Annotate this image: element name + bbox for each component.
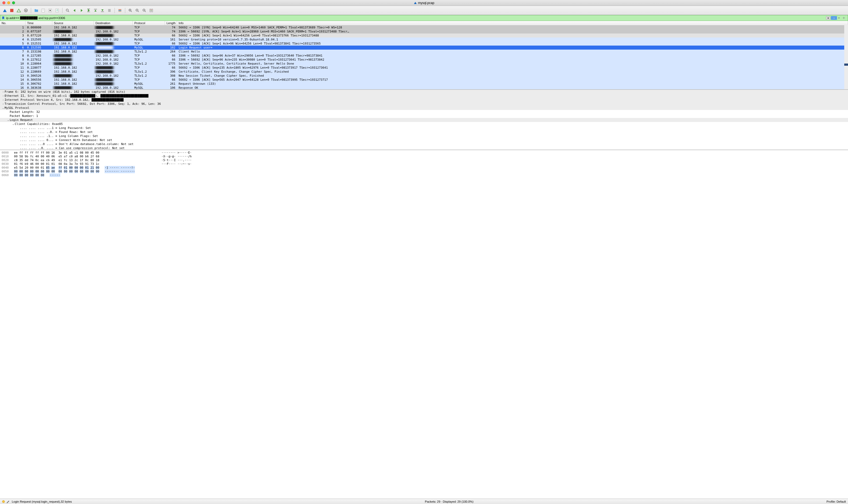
col-protocol[interactable]: Protocol [133,21,165,25]
disclosure-triangle[interactable]: › [2,98,4,101]
disclosure-triangle[interactable]: › [2,94,4,97]
hex-line[interactable]: 0020 c8 35 dd 74 0c ea cb 49 e1 fc 13 2c… [2,159,846,162]
bookmark-icon[interactable] [1,16,5,20]
detail-line[interactable]: ⌄Client Capabilities: 0xae85 [0,122,848,126]
detail-line[interactable]: .... .... .... 0... = Connect With Datab… [0,138,848,142]
svg-rect-20 [119,10,122,11]
packet-row[interactable]: 90.227812██████████192.168.0.182TCP66330… [0,58,848,62]
detail-line[interactable]: .... .... ...0 .... = Don't Allow databa… [0,142,848,146]
status-profile[interactable]: Profile: Default [827,500,846,503]
disclosure-triangle[interactable]: ⌄ [2,106,4,110]
disclosure-triangle[interactable]: ⌄ [7,118,10,122]
detail-line[interactable]: ⌄MySQL Protocol [0,106,848,110]
detail-line[interactable]: .... .... .... ...1 = Long Password: Set [0,126,848,130]
window-title: mysql.pcap [414,1,435,5]
edit-icon[interactable] [6,500,10,503]
detail-line[interactable]: ›Frame 6: 102 bytes on wire (816 bits), … [0,90,848,94]
detail-line[interactable]: .... .... .... ..0. = Found Rows: Not se… [0,130,848,134]
col-info[interactable]: Info [177,21,848,25]
hex-line[interactable]: 0050 00 00 00 00 00 00 00 00 00 00 00 00… [2,170,846,174]
go-to-packet-button[interactable] [85,7,92,14]
hex-line[interactable]: 0030 01 f6 b9 46 00 00 01 01 08 0a 3a 7e… [2,162,846,166]
col-source[interactable]: Source [52,21,94,25]
add-filter-button[interactable]: + [841,16,847,20]
packet-details-pane[interactable]: ›Frame 6: 102 bytes on wire (816 bits), … [0,89,848,149]
svg-point-9 [66,9,68,11]
save-file-button[interactable] [40,7,47,14]
packet-row[interactable]: 40.152505██████████192.168.0.182MySQL161… [0,38,848,41]
go-back-button[interactable] [71,7,78,14]
packet-row[interactable]: 80.227285██████████192.168.0.182TCP66330… [0,54,848,58]
packet-row[interactable]: 130.306526██████████192.168.0.182TLSv1.2… [0,74,848,78]
packet-row[interactable]: 160.383638██████████192.168.0.182MySQL10… [0,86,848,89]
detail-line[interactable]: ›Ethernet II, Src: Xensourc_01:a5:c1 (██… [0,94,848,98]
zoom-reset-button[interactable]: 1:1 [141,7,147,14]
svg-rect-19 [119,9,122,10]
filter-apply-button[interactable]: → [831,16,837,20]
find-packet-button[interactable] [64,7,71,14]
detail-line[interactable]: .... .... ..0. .... = Can use compressio… [0,146,848,149]
detail-line[interactable]: Packet Length: 32 [0,110,848,114]
svg-rect-0 [10,9,13,12]
disclosure-triangle[interactable]: ⌄ [12,122,15,126]
window-close-button[interactable] [2,1,5,4]
packet-row[interactable]: 50.152531192.168.0.182██████████TCP66566… [0,41,848,46]
auto-scroll-button[interactable] [106,7,113,14]
wireshark-icon [414,1,417,4]
svg-rect-22 [119,11,122,12]
expert-info-button[interactable] [2,500,5,503]
col-length[interactable]: Length [165,21,177,25]
open-file-button[interactable] [33,7,39,14]
hex-line[interactable]: 0060 00 00 00 00 00 00 ······ [2,174,846,177]
resize-columns-button[interactable] [148,7,155,14]
svg-line-28 [138,11,139,12]
packet-row[interactable]: 60.152595192.168.0.182██████████MySQL102… [0,46,848,50]
col-destination[interactable]: Destination [94,21,133,25]
reload-file-button[interactable] [54,7,60,14]
packet-row[interactable]: 30.077220192.168.0.182██████████TCP66566… [0,34,848,38]
colorize-button[interactable] [117,7,123,14]
packet-row[interactable]: 10.000000192.168.0.182██████████TCP74566… [0,25,848,30]
packet-list-scrollbar[interactable] [844,25,848,89]
close-file-button[interactable] [47,7,53,14]
hex-line[interactable]: 0040 e5 5d 20 00 00 01 85 ae ff 01 00 00… [2,166,846,170]
disclosure-triangle[interactable]: › [2,102,4,105]
go-first-button[interactable] [92,7,99,14]
start-capture-button[interactable] [2,7,8,14]
zoom-in-button[interactable] [127,7,134,14]
col-time[interactable]: Time [25,21,52,25]
svg-text:1:1: 1:1 [143,10,145,11]
zoom-out-button[interactable] [134,7,141,14]
go-forward-button[interactable] [78,7,85,14]
window-minimize-button[interactable] [7,1,10,4]
detail-line[interactable]: Packet Number: 1 [0,114,848,118]
detail-line[interactable]: ›Internet Protocol Version 4, Src: 192.1… [0,98,848,102]
packet-row[interactable]: 100.228064██████████192.168.0.182TLSv1.2… [0,62,848,66]
detail-line[interactable]: ⌄Login Request [0,118,848,122]
filter-clear-button[interactable]: ✕ [826,16,830,20]
detail-line[interactable]: .... .... .... .1.. = Long Column Flags:… [0,134,848,138]
col-no[interactable]: No. [0,21,25,25]
packet-row[interactable]: 120.228669192.168.0.182██████████TLSv1.2… [0,70,848,74]
display-filter-input[interactable] [5,16,826,20]
svg-rect-3 [42,9,45,12]
hex-line[interactable]: 0000 ee ff ff ff ff ff 00 16 3e 01 a5 c1… [2,151,846,155]
packet-row[interactable]: 150.306702192.168.0.182██████████MySQL26… [0,82,848,86]
svg-line-10 [68,11,69,12]
stop-capture-button[interactable] [8,7,15,14]
restart-capture-button[interactable] [16,7,22,14]
hex-line[interactable]: 0010 00 58 9b fc 40 00 40 06 e5 a7 c0 a8… [2,155,846,159]
capture-options-button[interactable] [22,7,29,14]
packet-row[interactable]: 20.077197██████████192.168.0.182TCP74330… [0,30,848,34]
detail-line[interactable]: ›Transmission Control Protocol, Src Port… [0,102,848,106]
disclosure-triangle[interactable]: › [2,90,4,93]
packet-row[interactable]: 110.228077192.168.0.182██████████TCP6656… [0,66,848,70]
window-maximize-button[interactable] [12,1,15,4]
packet-row[interactable]: 140.306556192.168.0.182██████████TCP6656… [0,78,848,82]
packet-row[interactable]: 70.153198192.168.0.182██████████TLSv1.22… [0,50,848,54]
go-last-button[interactable] [99,7,106,14]
status-selection: Login Request (mysql.login_request),32 b… [12,500,72,503]
packet-list-pane[interactable]: No. Time Source Destination Protocol Len… [0,21,848,89]
packet-bytes-pane[interactable]: 0000 ee ff ff ff ff ff 00 16 3e 01 a5 c1… [0,149,848,499]
filter-dropdown-button[interactable]: ▾ [837,17,841,19]
